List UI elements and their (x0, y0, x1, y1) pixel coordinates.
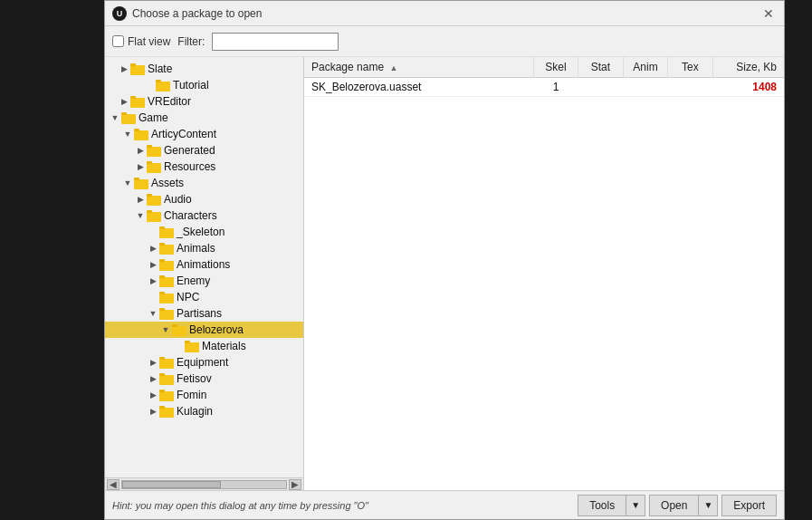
flat-view-checkbox[interactable] (112, 35, 124, 47)
col-header-tex[interactable]: Tex (668, 57, 712, 78)
col-header-stat[interactable]: Stat (578, 57, 623, 78)
svg-rect-14 (147, 161, 152, 164)
tree-node-articycontent[interactable]: ▼ ArticyContent (105, 126, 303, 142)
expand-icon-game: ▼ (109, 111, 121, 124)
open-button[interactable]: Open (649, 495, 699, 516)
folder-icon-characters (147, 209, 161, 222)
svg-rect-44 (159, 406, 165, 409)
ue-logo: U (112, 6, 127, 21)
tree-scroll[interactable]: ▶ Slate Tutorial ▶ (105, 57, 303, 477)
svg-rect-33 (172, 326, 186, 336)
svg-rect-36 (185, 341, 190, 343)
tree-node-belozerova[interactable]: ▼ Belozerova (105, 322, 303, 338)
tree-node-resources[interactable]: ▶ Resources (105, 159, 303, 175)
expand-icon-animals: ▶ (147, 242, 159, 255)
svg-rect-5 (130, 98, 145, 108)
col-header-name[interactable]: Package name ▲ (304, 57, 533, 78)
scroll-right-arrow[interactable]: ▶ (289, 479, 301, 490)
tools-dropdown[interactable]: ▼ (626, 495, 645, 516)
dialog-title: Choose a package to open (132, 7, 262, 20)
tree-node-fetisov[interactable]: ▶ Fetisov (105, 371, 303, 387)
folder-icon-vreditor (130, 95, 145, 108)
svg-rect-6 (130, 96, 136, 99)
tree-label-enemy: Enemy (177, 274, 210, 287)
filter-label: Filter: (177, 35, 205, 48)
tools-button[interactable]: Tools (578, 495, 626, 516)
svg-rect-20 (147, 210, 152, 213)
tree-label-tutorial: Tutorial (173, 79, 209, 91)
tree-node-enemy[interactable]: ▶ Enemy (105, 273, 303, 289)
svg-rect-3 (156, 82, 170, 91)
tree-node-npc[interactable]: NPC (105, 289, 303, 305)
filter-input[interactable] (212, 33, 339, 51)
folder-icon-game (121, 111, 136, 124)
col-header-anim[interactable]: Anim (623, 57, 668, 78)
tree-node-audio[interactable]: ▶ Audio (105, 191, 303, 207)
svg-rect-43 (159, 408, 174, 418)
flat-view-checkbox-group: Flat view (112, 35, 170, 48)
content-panel: Package name ▲ Skel Stat Anim Tex Size, … (304, 57, 784, 490)
tree-label-fomin: Fomin (177, 389, 206, 401)
background-right (785, 0, 812, 520)
folder-icon-audio (147, 193, 161, 206)
tree-node-materials[interactable]: Materials (105, 338, 303, 354)
tree-node-generated[interactable]: ▶ Generated (105, 142, 303, 159)
folder-icon-enemy (159, 274, 174, 287)
tree-node-fomin[interactable]: ▶ Fomin (105, 387, 303, 403)
folder-icon-animals (159, 242, 174, 255)
scroll-left-arrow[interactable]: ◀ (107, 479, 119, 490)
svg-rect-35 (185, 342, 199, 352)
background-left (0, 0, 118, 520)
content-table: Package name ▲ Skel Stat Anim Tex Size, … (304, 57, 784, 490)
svg-rect-29 (159, 294, 174, 303)
cell-size: 1408 (712, 78, 784, 97)
tree-node-assets[interactable]: ▼ Assets (105, 175, 303, 191)
tree-label-resources: Resources (164, 160, 215, 173)
folder-icon-equipment (159, 356, 174, 369)
open-dropdown[interactable]: ▼ (699, 495, 718, 516)
tree-label-articycontent: ArticyContent (151, 128, 216, 140)
folder-icon-partisans (159, 307, 174, 320)
close-button[interactable]: ✕ (760, 5, 777, 22)
folder-icon-animations (159, 258, 174, 271)
folder-icon-skeleton (159, 226, 174, 238)
folder-icon-materials (185, 340, 199, 352)
tree-node-partisans[interactable]: ▼ Partisans (105, 305, 303, 322)
svg-rect-34 (172, 324, 177, 327)
folder-icon-tutorial (156, 79, 170, 91)
tree-node-tutorial[interactable]: Tutorial (105, 77, 303, 93)
tree-node-animals[interactable]: ▶ Animals (105, 240, 303, 256)
tree-node-equipment[interactable]: ▶ Equipment (105, 354, 303, 371)
svg-rect-23 (159, 245, 174, 255)
tree-horizontal-scrollbar[interactable]: ◀ ▶ (105, 477, 303, 490)
tree-node-animations[interactable]: ▶ Animations (105, 256, 303, 273)
svg-rect-11 (147, 147, 161, 157)
svg-rect-39 (159, 375, 174, 385)
tree-node-kulagin[interactable]: ▶ Kulagin (105, 403, 303, 419)
open-button-group: Open ▼ (649, 495, 718, 516)
tree-node-skeleton[interactable]: _Skeleton (105, 224, 303, 240)
svg-rect-30 (159, 292, 165, 294)
svg-rect-31 (159, 310, 174, 320)
tree-node-slate[interactable]: ▶ Slate (105, 61, 303, 77)
expand-icon-articycontent: ▼ (121, 128, 134, 140)
expand-icon-partisans: ▼ (147, 307, 159, 320)
export-button[interactable]: Export (721, 495, 777, 516)
col-header-size[interactable]: Size, Kb (712, 57, 784, 78)
svg-rect-21 (159, 228, 174, 238)
table-row[interactable]: SK_Belozerova.uasset 1 1408 (304, 78, 784, 97)
expand-icon-generated: ▶ (134, 144, 147, 157)
svg-rect-32 (159, 308, 165, 311)
expand-icon-vreditor: ▶ (118, 95, 130, 108)
expand-icon-audio: ▶ (134, 193, 147, 206)
tree-node-characters[interactable]: ▼ Characters (105, 207, 303, 224)
cell-skel: 1 (533, 78, 578, 97)
tree-label-partisans: Partisans (177, 307, 222, 320)
toolbar: Flat view Filter: (105, 26, 784, 57)
tree-label-equipment: Equipment (177, 356, 228, 369)
tree-node-vreditor[interactable]: ▶ VREditor (105, 93, 303, 110)
expand-icon-enemy: ▶ (147, 274, 159, 287)
folder-icon-belozerova (172, 323, 186, 336)
col-header-skel[interactable]: Skel (533, 57, 578, 78)
tree-node-game[interactable]: ▼ Game (105, 110, 303, 126)
